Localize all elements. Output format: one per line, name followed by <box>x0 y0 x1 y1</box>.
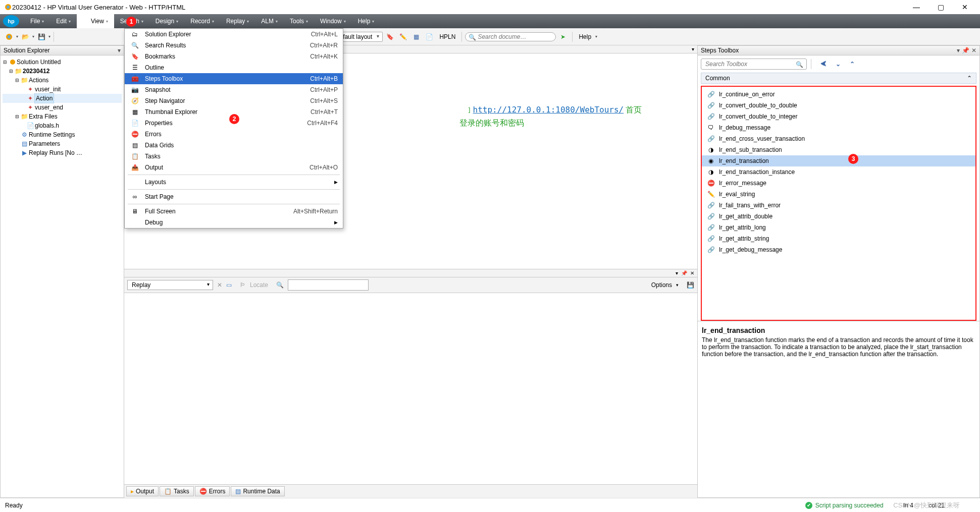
view-menu-item[interactable]: 🔖BookmarksCtrl+Alt+K <box>125 51 343 62</box>
toolbox-step[interactable]: 🔗lr_get_attrib_long <box>702 222 975 233</box>
aux-pin-icon[interactable]: 📌 <box>681 270 687 276</box>
view-menu-item[interactable]: 📷SnapshotCtrl+Alt+P <box>125 84 343 95</box>
close-button[interactable]: ✕ <box>959 3 971 11</box>
menu-tools[interactable]: Tools▾ <box>284 14 314 28</box>
tree-runtime[interactable]: ⚙Runtime Settings <box>3 130 122 139</box>
options-label[interactable]: Options <box>651 281 672 289</box>
code-url[interactable]: http://127.0.0.1:1080/WebTours/ <box>473 105 624 115</box>
step-icon: ⛔ <box>707 180 715 187</box>
tree-replay-runs[interactable]: ▶Replay Runs [No … <box>3 148 122 157</box>
tab-errors[interactable]: ⛔Errors <box>195 486 230 496</box>
delete-icon[interactable]: ✕ <box>217 281 222 289</box>
menu-edit[interactable]: Edit▾ <box>50 14 77 28</box>
locate-label[interactable]: Locate <box>250 281 268 289</box>
toolbox-step[interactable]: 🔗lr_get_attrib_double <box>702 211 975 222</box>
flag-icon[interactable]: 🏳 <box>240 281 246 289</box>
pencil-icon[interactable]: ✏️ <box>397 31 409 43</box>
apps-icon[interactable]: ▦ <box>410 31 422 43</box>
bookmark-icon[interactable]: 🔖 <box>384 31 396 43</box>
toolbox-search-input[interactable] <box>705 61 793 68</box>
view-menu-item[interactable]: 🗂Solution ExplorerCtrl+Alt+L <box>125 29 343 40</box>
view-menu-item[interactable]: 🧰Steps ToolboxCtrl+Alt+B <box>125 73 343 84</box>
tree-extra-folder[interactable]: ⊟📁Extra Files <box>3 112 122 121</box>
menu-replay[interactable]: Replay▾ <box>220 14 255 28</box>
save-output-icon[interactable]: 💾 <box>687 281 694 289</box>
replay-search-input[interactable] <box>288 279 369 291</box>
tree-parameters[interactable]: ▤Parameters <box>3 139 122 148</box>
panel-close-icon[interactable]: ✕ <box>971 47 976 54</box>
tab-tasks[interactable]: 📋Tasks <box>160 486 194 496</box>
menu-alm[interactable]: ALM▾ <box>255 14 284 28</box>
view-menu-item[interactable]: ⛔Errors <box>125 129 343 140</box>
view-menu-item[interactable]: Debug▶ <box>125 217 343 228</box>
menu-item-icon: ∞ <box>130 193 140 200</box>
toolbox-step[interactable]: 🔗lr_get_debug_message <box>702 244 975 255</box>
maximize-button[interactable]: ▢ <box>935 3 947 11</box>
doc-icon[interactable]: 📄 <box>423 31 435 43</box>
view-menu-item[interactable]: 🖥Full ScreenAlt+Shift+Return <box>125 206 343 217</box>
toolbox-step[interactable]: 🔗lr_convert_double_to_integer <box>702 111 975 122</box>
menu-record[interactable]: Record▾ <box>184 14 220 28</box>
prev-icon[interactable]: ⮜ <box>820 61 827 68</box>
toolbox-search[interactable]: 🔍 <box>701 59 807 70</box>
card-icon[interactable]: ▭ <box>226 281 232 289</box>
collapse-icon[interactable]: ⌄ <box>836 61 841 68</box>
tab-output[interactable]: ▸Output <box>126 486 159 496</box>
toolbox-step[interactable]: 🔗lr_fail_trans_with_error <box>702 200 975 211</box>
tree-file[interactable]: 📄globals.h <box>3 121 122 130</box>
tree-project[interactable]: ⊟📁20230412 <box>3 67 122 76</box>
hpln-label[interactable]: HPLN <box>436 33 458 40</box>
tree-solution[interactable]: ⊟Solution Untitled <box>3 58 122 67</box>
toolbox-step[interactable]: 🔗lr_continue_on_error <box>702 89 975 100</box>
titlebar: 20230412 - HP Virtual User Generator - W… <box>0 0 980 14</box>
minimize-button[interactable]: — <box>910 3 922 11</box>
toolbox-step[interactable]: 🗨lr_debug_message <box>702 122 975 133</box>
toolbox-group-header[interactable]: Common ⌃ <box>701 73 976 84</box>
search-icon[interactable]: 🔍 <box>276 281 284 289</box>
view-menu-item[interactable]: 🧭Step NavigatorCtrl+Alt+S <box>125 95 343 106</box>
tab-dropdown-icon[interactable]: ▾ <box>692 46 694 52</box>
doc-search-input[interactable] <box>478 33 551 40</box>
view-menu-item[interactable]: ∞Start Page <box>125 191 343 202</box>
view-menu-item[interactable]: ☰Outline <box>125 62 343 73</box>
save-icon[interactable]: 💾 <box>35 31 47 43</box>
tree-actions-folder[interactable]: ⊟📁Actions <box>3 76 122 85</box>
view-menu-item[interactable]: ▤Data Grids <box>125 140 343 151</box>
menu-item-label: Search Results <box>145 42 305 49</box>
menu-file[interactable]: File▾ <box>24 14 50 28</box>
toolbox-step[interactable]: ◉lr_end_transaction <box>702 155 975 166</box>
menu-window[interactable]: Window▾ <box>314 14 352 28</box>
collapse-group-icon[interactable]: ⌃ <box>967 75 972 82</box>
view-menu-item[interactable]: 📤OutputCtrl+Alt+O <box>125 162 343 173</box>
view-menu-item[interactable]: Layouts▶ <box>125 177 343 188</box>
view-menu-item[interactable]: 📋Tasks <box>125 151 343 162</box>
doc-search[interactable]: 🔍 <box>465 32 556 41</box>
menu-design[interactable]: Design▾ <box>149 14 184 28</box>
go-icon[interactable]: ➤ <box>557 31 569 43</box>
toolbox-step[interactable]: 🔗lr_get_attrib_string <box>702 233 975 244</box>
tree-action[interactable]: ✦Action <box>3 94 122 103</box>
aux-menu-icon[interactable]: ▾ <box>676 270 678 276</box>
panel-pin-icon[interactable]: 📌 <box>962 47 969 54</box>
toolbox-step[interactable]: 🔗lr_end_cross_vuser_transaction <box>702 133 975 144</box>
replay-combo[interactable]: Replay <box>127 280 213 290</box>
toolbox-step[interactable]: ◑lr_end_sub_transaction <box>702 144 975 155</box>
toolbox-step[interactable]: 🔗lr_convert_double_to_double <box>702 100 975 111</box>
panel-menu-icon[interactable]: ▾ <box>957 47 960 54</box>
new-script-icon[interactable] <box>3 31 15 43</box>
menu-help[interactable]: Help▾ <box>352 14 381 28</box>
toolbox-step[interactable]: ✏️lr_eval_string <box>702 189 975 200</box>
tree-action[interactable]: ✦vuser_end <box>3 103 122 112</box>
panel-menu-icon[interactable]: ▾ <box>118 47 121 54</box>
toolbox-step[interactable]: ⛔lr_error_message <box>702 178 975 189</box>
help-link[interactable]: Help <box>576 33 594 40</box>
tab-runtime-data[interactable]: ▤Runtime Data <box>231 486 284 496</box>
open-icon[interactable]: 📂 <box>19 31 31 43</box>
view-menu-item[interactable]: 🔍Search ResultsCtrl+Alt+R <box>125 40 343 51</box>
menu-item-icon: 🔖 <box>130 53 140 60</box>
expand-icon[interactable]: ⌃ <box>850 61 855 68</box>
aux-close-icon[interactable]: ✕ <box>690 270 694 276</box>
toolbox-step[interactable]: ◑lr_end_transaction_instance <box>702 166 975 178</box>
menu-view[interactable]: View▾ <box>77 14 114 28</box>
tree-action[interactable]: ✦vuser_init <box>3 85 122 94</box>
